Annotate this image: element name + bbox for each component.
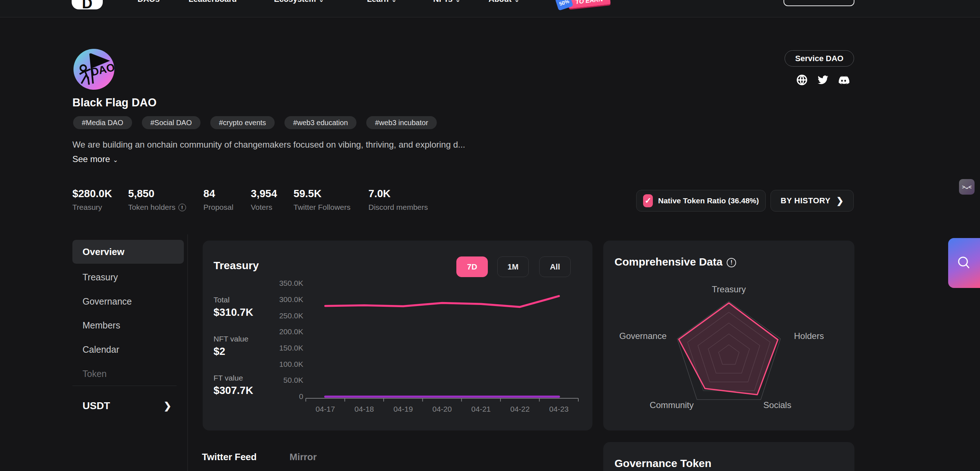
search-icon: [957, 255, 971, 271]
y-tick: 350.0K: [279, 279, 303, 287]
native-token-ratio-toggle[interactable]: ✓ Native Token Ratio (36.48%): [636, 190, 766, 212]
tab-mirror[interactable]: Mirror: [290, 452, 317, 463]
discord-icon[interactable]: [838, 74, 850, 86]
radar-axis-label: Holders: [794, 331, 824, 341]
x-tick: 04-23: [549, 405, 569, 413]
x-tick: 04-20: [433, 405, 452, 413]
top-navbar: D DAOs Leaderboard Ecosystem⌄ Learn⌄ NFT…: [0, 0, 980, 17]
radar-data-polygon: [679, 303, 778, 395]
dao-name: Black Flag DAO: [72, 96, 157, 109]
stat-twitter-followers: 59.5K Twitter Followers: [293, 188, 351, 212]
stat-voters: 3,954 Voters: [251, 188, 277, 212]
sidebar-item-token[interactable]: Token: [83, 369, 107, 379]
y-tick: 300.0K: [279, 295, 303, 303]
tag-pill[interactable]: #Media DAO: [73, 116, 132, 129]
sidebar-item-members[interactable]: Members: [83, 320, 120, 331]
y-tick: 100.0K: [279, 360, 303, 368]
promo-ribbon: TO EARN: [568, 0, 611, 9]
deepdao-logo-glyph: D: [82, 0, 93, 10]
x-axis: [306, 398, 578, 401]
nav-item-leaderboard[interactable]: Leaderboard: [189, 0, 237, 4]
treasury-line-chart: 350.0K 300.0K 250.0K 200.0K 150.0K 100.0…: [203, 241, 592, 430]
chevron-down-icon: ⌄: [515, 0, 519, 3]
governance-token-card: Governance Token: [603, 442, 854, 471]
stat-token-holders: 5,850 Token holders!: [128, 188, 186, 212]
y-tick: 0: [299, 392, 303, 400]
search-flap-button[interactable]: [948, 238, 980, 288]
promo-discount-tag: 50%: [555, 0, 573, 11]
sidebar-item-calendar[interactable]: Calendar: [83, 344, 119, 355]
info-icon[interactable]: !: [178, 204, 186, 211]
chevron-down-icon: ⌄: [113, 157, 118, 163]
x-tick: 04-19: [393, 405, 413, 413]
stat-proposal: 84 Proposal: [204, 188, 234, 212]
see-more-link[interactable]: See more⌄: [72, 154, 118, 164]
radar-axis-label: Treasury: [712, 284, 746, 294]
radar-chart: Treasury Holders Socials Community Gover…: [603, 241, 854, 430]
stat-discord-members: 7.0K Discord members: [368, 188, 428, 212]
treasury-card: Treasury 7D 1M All Total $310.7K NFT val…: [203, 241, 592, 430]
twitter-icon[interactable]: [817, 74, 829, 86]
radar-axis-label: Socials: [763, 400, 791, 410]
comprehensive-data-card: Comprehensive Data! Treasury Holders Soc…: [603, 241, 854, 430]
kaomoji-face-icon: >ᴗ<: [962, 184, 972, 190]
sidebar-item-overview[interactable]: Overview: [83, 246, 124, 258]
radar-axis-label: Community: [650, 400, 694, 410]
nav-item-about[interactable]: About⌄: [488, 0, 519, 4]
chevron-down-icon: ⌄: [391, 0, 396, 3]
service-dao-badge[interactable]: Service DAO: [784, 50, 854, 67]
nav-item-learn[interactable]: Learn⌄: [367, 0, 396, 4]
tag-pill[interactable]: #web3 incubator: [366, 116, 437, 129]
dao-description: We are building an onchain community of …: [72, 140, 465, 150]
x-tick: 04-17: [315, 405, 335, 413]
stat-treasury: $280.0K Treasury: [72, 188, 112, 212]
treasury-line: [325, 296, 559, 307]
sidebar-usdt[interactable]: USDT: [83, 400, 110, 412]
tag-pill[interactable]: #web3 education: [285, 116, 356, 129]
page: D DAOs Leaderboard Ecosystem⌄ Learn⌄ NFT…: [0, 0, 980, 471]
x-tick: 04-22: [510, 405, 530, 413]
x-tick: 04-21: [471, 405, 491, 413]
tag-pill[interactable]: #Social DAO: [142, 116, 201, 129]
y-tick: 200.0K: [279, 327, 303, 336]
nav-cta-button[interactable]: [783, 0, 854, 6]
governance-token-title: Governance Token: [614, 457, 711, 469]
x-tick: 04-18: [355, 405, 374, 413]
y-tick: 150.0K: [279, 344, 303, 352]
chevron-down-icon: ⌄: [319, 0, 323, 3]
by-history-button[interactable]: BY HISTORY ❯: [770, 190, 854, 212]
website-globe-icon[interactable]: [796, 74, 808, 86]
nav-item-ecosystem[interactable]: Ecosystem⌄: [274, 0, 324, 4]
deepdao-logo[interactable]: D: [72, 0, 103, 10]
divider: [72, 385, 177, 386]
dao-avatar: DAO: [73, 49, 115, 90]
y-tick: 50.0K: [283, 376, 303, 384]
y-tick: 250.0K: [279, 311, 303, 320]
tab-twitter-feed[interactable]: Twitter Feed: [202, 452, 256, 463]
chevron-right-icon[interactable]: ❯: [164, 400, 172, 412]
tag-pill[interactable]: #crypto events: [210, 116, 275, 129]
sidebar-item-treasury[interactable]: Treasury: [83, 272, 118, 282]
tag-list: #Media DAO #Social DAO #crypto events #w…: [73, 116, 437, 129]
nav-item-daos[interactable]: DAOs: [137, 0, 160, 4]
chevron-right-icon: ❯: [836, 196, 843, 206]
sidebar-divider: [188, 235, 188, 471]
sidebar-item-governance[interactable]: Governance: [83, 296, 132, 307]
chevron-down-icon: ⌄: [455, 0, 460, 3]
checkbox-checked-icon[interactable]: ✓: [643, 194, 653, 207]
radar-axis-label: Governance: [619, 331, 667, 341]
feedback-widget-button[interactable]: >ᴗ<: [959, 179, 975, 195]
nav-item-nfts[interactable]: NFTs⌄: [433, 0, 460, 4]
